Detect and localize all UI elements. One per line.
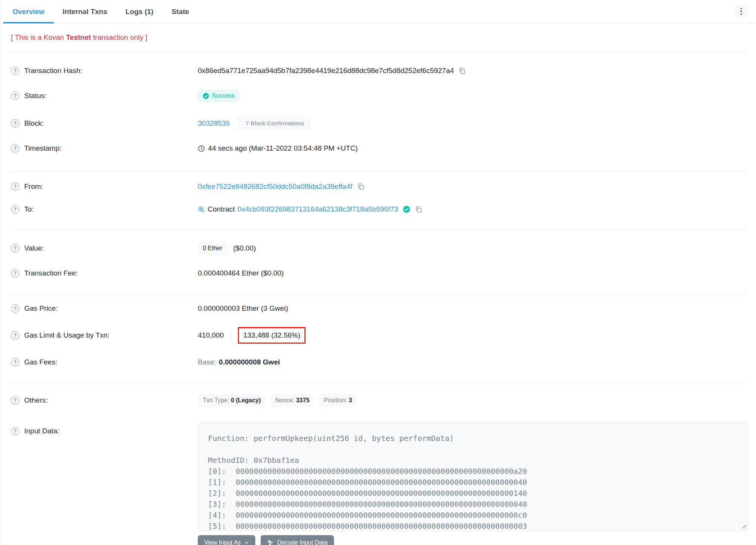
input-methodid-line: MethodID: 0x7bbaf1ea (208, 455, 738, 466)
input-data-row: ? Input Data: Function: performUpkeep(ui… (11, 422, 747, 545)
help-icon[interactable]: ? (11, 269, 19, 277)
input-data-word: [4]:000000000000000000000000000000000000… (208, 510, 738, 521)
status-row: ? Status: Success (11, 82, 747, 109)
transaction-hash-value: 0x86ed5a771e725aa94d5b7fa2398e4419e216d8… (198, 67, 454, 75)
kebab-menu-button[interactable] (735, 5, 748, 18)
transaction-hash-label: Transaction Hash: (24, 67, 82, 75)
help-icon[interactable]: ? (11, 144, 19, 153)
help-icon[interactable]: ? (11, 205, 19, 213)
help-icon[interactable]: ? (11, 182, 19, 191)
help-icon[interactable]: ? (11, 427, 19, 435)
notice-bold: Testnet (66, 33, 91, 41)
tab-overview[interactable]: Overview (3, 0, 54, 23)
gas-group: ? Gas Price: 0.000000003 Ether (3 Gwei) … (11, 294, 747, 382)
block-row: ? Block: 30328535 7 Block Confirmations (11, 109, 747, 137)
txn-type-badge: Txn Type: 0 (Legacy) (198, 394, 266, 407)
to-label: To: (24, 205, 34, 213)
status-label: Status: (24, 92, 47, 100)
overview-content: ? Transaction Hash: 0x86ed5a771e725aa94d… (0, 52, 756, 545)
gas-limit-label: Gas Limit & Usage by Txn: (24, 331, 110, 339)
help-icon[interactable]: ? (11, 331, 19, 339)
others-row: ? Others: Txn Type: 0 (Legacy) Nonce: 33… (11, 387, 747, 414)
help-icon[interactable]: ? (11, 67, 19, 75)
gas-limit-row: ? Gas Limit & Usage by Txn: 410,000 133,… (11, 320, 747, 351)
tab-state[interactable]: State (163, 0, 198, 23)
from-label: From: (24, 182, 43, 191)
separator (230, 331, 231, 339)
position-badge: Position: 3 (319, 394, 357, 407)
value-label: Value: (24, 244, 44, 252)
addresses-group: ? From: 0xfee7522e8482682cf50ddc50a0f8da… (11, 171, 747, 230)
transaction-details-card: Overview Internal Txns Logs (1) State [ … (0, 0, 756, 545)
input-data-textarea[interactable]: Function: performUpkeep(uint256 id, byte… (198, 422, 748, 531)
help-icon[interactable]: ? (11, 358, 19, 366)
timestamp-label: Timestamp: (24, 144, 62, 153)
input-data-word: [5]:000000000000000000000000000000000000… (208, 521, 738, 531)
chevron-down-icon (244, 540, 249, 545)
decode-input-data-button[interactable]: Decode Input Data (261, 535, 334, 545)
gas-fees-label: Gas Fees: (24, 358, 57, 366)
verified-check-icon (403, 206, 410, 213)
testnet-notice: [ This is a Kovan Testnet transaction on… (0, 23, 756, 42)
gas-limit-value: 410,000 (198, 331, 224, 339)
nonce-badge: Nonce: 3375 (270, 394, 315, 407)
transaction-fee-label: Transaction Fee: (24, 269, 78, 277)
gas-price-value: 0.000000003 Ether (3 Gwei) (198, 304, 288, 313)
help-icon[interactable]: ? (11, 396, 19, 405)
transaction-hash-row: ? Transaction Hash: 0x86ed5a771e725aa94d… (11, 59, 747, 82)
input-data-word: [2]:000000000000000000000000000000000000… (208, 488, 738, 499)
kebab-icon (740, 8, 742, 10)
input-data-label: Input Data: (24, 427, 59, 435)
gas-usage-value: 133,488 (32.56%) (243, 331, 300, 339)
value-group: ? Value: 0 Ether ($0.00) ? Transaction F… (11, 230, 747, 294)
to-row: ? To: Contract 0x4cb093f226983713164a621… (11, 198, 747, 221)
block-confirmations-badge: 7 Block Confirmations (236, 117, 310, 130)
status-badge: Success (198, 89, 239, 102)
help-icon[interactable]: ? (11, 92, 19, 100)
ether-value-badge: 0 Ether (198, 242, 227, 255)
magnifier-plus-icon[interactable] (198, 206, 205, 213)
decode-icon (267, 539, 274, 545)
input-data-word: [3]:000000000000000000000000000000000000… (208, 499, 738, 510)
tab-bar: Overview Internal Txns Logs (1) State (0, 0, 756, 23)
notice-suffix: transaction only ] (91, 33, 147, 41)
to-address-link[interactable]: 0x4cb093f226983713164a62138c3f718a5b595f… (238, 205, 398, 213)
gas-fees-row: ? Gas Fees: Base: 0.000000008 Gwei (11, 351, 747, 374)
input-data-word: [0]:000000000000000000000000000000000000… (208, 466, 738, 477)
gas-usage-annotation-box: 133,488 (32.56%) (238, 327, 306, 344)
others-group: ? Others: Txn Type: 0 (Legacy) Nonce: 33… (11, 382, 747, 414)
help-icon[interactable]: ? (11, 304, 19, 313)
timestamp-row: ? Timestamp: 44 secs ago (Mar-11-2022 03… (11, 137, 747, 160)
summary-group: ? Transaction Hash: 0x86ed5a771e725aa94d… (11, 52, 747, 171)
transaction-fee-value: 0.000400464 Ether ($0.00) (198, 269, 284, 277)
input-function-line: Function: performUpkeep(uint256 id, byte… (208, 433, 738, 444)
from-row: ? From: 0xfee7522e8482682cf50ddc50a0f8da… (11, 175, 747, 198)
gas-fees-base-value: 0.000000008 Gwei (219, 358, 280, 366)
transaction-fee-row: ? Transaction Fee: 0.000400464 Ether ($0… (11, 262, 747, 285)
help-icon[interactable]: ? (11, 119, 19, 128)
others-label: Others: (24, 396, 48, 405)
gas-fees-base-label: Base: (198, 358, 216, 366)
value-row: ? Value: 0 Ether ($0.00) (11, 235, 747, 262)
gas-price-label: Gas Price: (24, 304, 58, 313)
input-data-group: ? Input Data: Function: performUpkeep(ui… (11, 414, 747, 545)
view-input-as-button[interactable]: View Input As (198, 535, 255, 545)
from-address-link[interactable]: 0xfee7522e8482682cf50ddc50a0f8da2a39effa… (198, 182, 352, 191)
copy-icon[interactable] (458, 67, 466, 75)
clock-icon (198, 145, 205, 152)
timestamp-value: 44 secs ago (Mar-11-2022 03:54:48 PM +UT… (208, 144, 358, 153)
gas-price-row: ? Gas Price: 0.000000003 Ether (3 Gwei) (11, 297, 747, 320)
to-contract-prefix: Contract (208, 205, 235, 213)
tabs: Overview Internal Txns Logs (1) State (3, 0, 198, 23)
copy-icon[interactable] (357, 183, 365, 190)
copy-icon[interactable] (415, 206, 422, 213)
input-data-word: [1]:000000000000000000000000000000000000… (208, 477, 738, 488)
check-circle-icon (203, 93, 209, 99)
block-label: Block: (24, 119, 44, 128)
tab-internal-txns[interactable]: Internal Txns (54, 0, 116, 23)
tab-logs[interactable]: Logs (1) (116, 0, 163, 23)
help-icon[interactable]: ? (11, 244, 19, 252)
notice-prefix: [ This is a Kovan (11, 33, 66, 41)
block-number-link[interactable]: 30328535 (198, 119, 230, 128)
resize-handle[interactable] (741, 523, 746, 528)
